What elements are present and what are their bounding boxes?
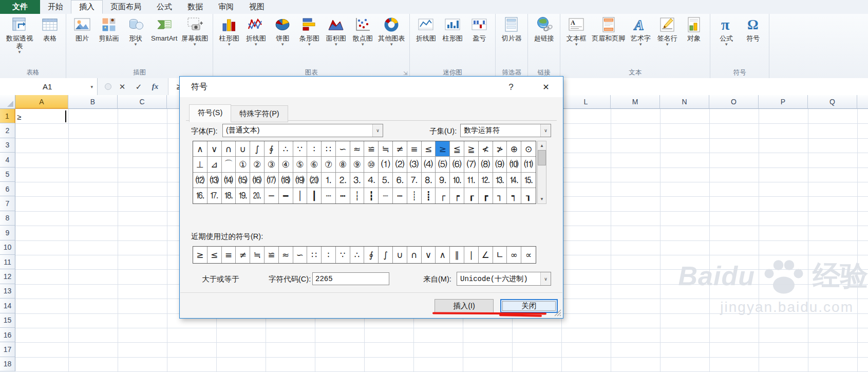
recent-symbol-cell[interactable]: ≡ [222,247,236,263]
symbol-cell[interactable]: ⑻ [479,157,493,172]
select-all-corner[interactable] [0,95,15,109]
symbol-cell[interactable]: ┑ [507,188,521,203]
symbol-cell[interactable]: ┇ [364,188,379,203]
column-header-P[interactable]: P [759,95,808,109]
chevron-down-icon[interactable]: ▼ [724,43,728,47]
column-header-R[interactable]: R [857,95,868,109]
row-header-18[interactable]: 18 [0,357,15,371]
insert-function-button[interactable]: fx [149,82,161,91]
dialog-tab-特殊字符(P)[interactable]: 特殊字符(P) [231,105,288,122]
symbol-cell[interactable]: ∮ [265,141,279,157]
chevron-down-icon[interactable]: ▼ [574,43,578,47]
recent-symbol-cell[interactable]: ≈ [279,247,293,263]
ribbon-button-柱形图[interactable]: 柱形图▼ [216,15,242,47]
symbol-cell[interactable]: ━ [279,188,293,203]
ribbon-button-屏幕截图[interactable]: 屏幕截图▼ [179,15,210,47]
ribbon-button-公式[interactable]: π公式▼ [713,15,740,47]
chevron-down-icon[interactable]: ▼ [227,43,231,47]
symbol-cell[interactable]: ⑩ [364,157,379,172]
symbol-cell[interactable]: ┐ [493,188,507,203]
symbol-cell[interactable]: ┋ [422,188,436,203]
symbol-cell[interactable]: ┆ [350,188,365,203]
ribbon-tab-视图[interactable]: 视图 [241,0,272,14]
symbol-cell[interactable]: ∩ [222,141,236,157]
ribbon-button-其他图表[interactable]: 其他图表▼ [376,15,407,47]
chevron-down-icon[interactable]: ▼ [638,43,643,47]
row-header-13[interactable]: 13 [0,284,15,299]
ribbon-button-盈亏[interactable]: 盈亏 [466,15,493,43]
symbol-cell[interactable]: ≌ [364,141,379,157]
recent-symbol-cell[interactable]: ∧ [436,247,450,263]
ribbon-tab-文件[interactable]: 文件 [0,0,40,14]
symbol-cell[interactable]: ─ [265,188,279,203]
symbol-cell[interactable]: ⒎ [407,173,422,188]
column-header-M[interactable]: M [611,95,660,109]
symbol-cell[interactable]: ∫ [250,141,265,157]
ribbon-button-饼图[interactable]: 饼图▼ [269,15,296,47]
chevron-down-icon[interactable]: ▼ [134,43,138,47]
symbol-cell[interactable]: ⒄ [265,173,279,188]
symbol-cell[interactable]: ⒏ [422,173,436,188]
from-combobox[interactable]: Unicode(十六进制) ∨ [457,272,551,286]
ribbon-button-折线图[interactable]: 折线图▼ [242,15,269,47]
column-header-O[interactable]: O [709,95,759,109]
symbol-cell[interactable]: ⒇ [307,173,322,188]
symbol-cell[interactable]: ≮ [479,141,493,157]
symbol-cell[interactable]: ⊿ [207,157,222,172]
insert-button[interactable]: 插入(I) [435,299,494,313]
symbol-cell[interactable]: ┅ [336,188,350,203]
symbol-cell[interactable]: ⒙ [222,188,236,203]
ribbon-button-签名行[interactable]: 签名行▼ [654,15,681,47]
chevron-down-icon[interactable]: ▼ [17,50,22,54]
ribbon-button-条形图[interactable]: 条形图▼ [296,15,323,47]
recent-symbol-cell[interactable]: ∶ [322,247,336,263]
recent-symbol-cell[interactable]: ∟ [493,247,507,263]
symbol-cell[interactable]: ∽ [336,141,350,157]
chevron-down-icon[interactable]: ▼ [665,43,669,47]
symbol-cell[interactable]: ≧ [464,141,479,157]
row-header-15[interactable]: 15 [0,313,15,328]
symbol-cell[interactable]: ⑹ [450,157,464,172]
scroll-down-button[interactable]: ▼ [538,195,546,203]
ribbon-button-表格[interactable]: 表格 [36,15,63,43]
recent-symbol-cell[interactable]: ∫ [379,247,393,263]
symbol-cell[interactable]: ⒔ [493,173,507,188]
row-header-5[interactable]: 5 [0,168,15,182]
row-header-1[interactable]: 1 [0,109,15,123]
symbol-cell[interactable]: ⒆ [293,173,308,188]
symbol-cell[interactable]: ≤ [422,141,436,157]
row-header-8[interactable]: 8 [0,211,15,226]
symbol-cell[interactable]: ⑺ [464,157,479,172]
dialog-help-button[interactable]: ? [503,81,519,94]
row-header-2[interactable]: 2 [0,123,15,138]
symbol-cell[interactable]: ⒑ [450,173,464,188]
scroll-up-button[interactable]: ▲ [538,141,546,150]
ribbon-button-柱形图[interactable]: 柱形图 [439,15,466,43]
row-header-4[interactable]: 4 [0,153,15,167]
symbol-cell[interactable]: ⌒ [222,157,236,172]
symbol-cell[interactable]: ⒀ [207,173,222,188]
symbol-cell[interactable]: ∧ [193,141,207,157]
symbol-cell[interactable]: ④ [279,157,293,172]
column-header-B[interactable]: B [68,95,118,109]
dialog-tab-符号(S)[interactable]: 符号(S) [189,104,231,122]
symbol-cell[interactable]: ≈ [350,141,365,157]
recent-symbol-cell[interactable]: ≌ [265,247,279,263]
symbol-cell[interactable]: ┌ [436,188,450,203]
symbol-cell[interactable]: ⑼ [493,157,507,172]
column-header-L[interactable]: L [561,95,611,109]
symbol-cell[interactable]: ⑷ [422,157,436,172]
ribbon-button-图片[interactable]: 图片 [69,15,96,43]
symbol-cell[interactable]: ⑦ [322,157,336,172]
symbol-cell[interactable]: ┍ [450,188,464,203]
chevron-down-icon[interactable]: ▼ [193,43,197,47]
resize-grip[interactable] [554,309,561,317]
row-header-9[interactable]: 9 [0,226,15,240]
ribbon-button-面积图[interactable]: 面积图▼ [323,15,349,47]
ribbon-button-切片器[interactable]: 切片器 [498,15,525,43]
symbol-cell[interactable]: ┉ [393,188,407,203]
row-header-16[interactable]: 16 [0,328,15,342]
row-header-11[interactable]: 11 [0,255,15,269]
symbol-cell[interactable]: ┈ [379,188,393,203]
row-header-12[interactable]: 12 [0,269,15,284]
